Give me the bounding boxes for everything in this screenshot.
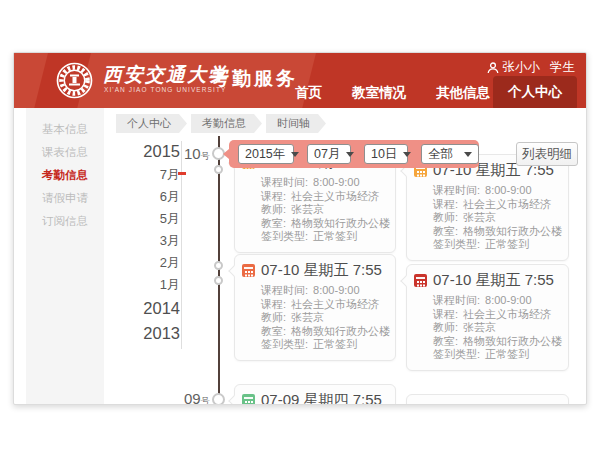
sidebar: 基本信息 课表信息 考勤信息 请假申请 订阅信息 bbox=[26, 108, 104, 404]
detail-label: 教师: bbox=[433, 321, 458, 333]
detail-label: 教师: bbox=[261, 311, 286, 323]
timeline-node bbox=[214, 165, 223, 174]
sidebar-item-schedule-info[interactable]: 课表信息 bbox=[26, 141, 104, 164]
timeline-card: 07-10 星期五 7:55 课程时间:8:00-9:00 课程:社会主义市场经… bbox=[406, 154, 569, 261]
timeline-nav-year[interactable]: 2013 bbox=[132, 321, 180, 346]
sidebar-item-subscription-info[interactable]: 订阅信息 bbox=[26, 210, 104, 233]
detail-value: 8:00-9:00 bbox=[313, 176, 359, 188]
date-filter-bar: 2015年 07月 10日 全部 bbox=[229, 140, 479, 168]
detail-label: 签到类型: bbox=[433, 238, 480, 250]
timeline-nav-month[interactable]: 2月 bbox=[132, 252, 180, 274]
timeline-nav-month[interactable]: 6月 bbox=[132, 186, 180, 208]
detail-value: 正常签到 bbox=[313, 338, 357, 350]
detail-label: 课程时间: bbox=[433, 294, 480, 306]
timeline-nav-year[interactable]: 2015 bbox=[132, 139, 180, 164]
detail-label: 课程: bbox=[261, 190, 286, 202]
chevron-down-icon bbox=[291, 152, 299, 157]
detail-value: 社会主义市场经济 bbox=[291, 298, 379, 310]
timeline-nav-year[interactable]: 2014 bbox=[132, 296, 180, 321]
nav-personal-center-active-tab[interactable]: 个人中心 bbox=[493, 76, 577, 108]
day-suffix: 号 bbox=[201, 396, 210, 405]
user-role: 学生 bbox=[550, 59, 575, 76]
nav-home[interactable]: 首页 bbox=[295, 84, 322, 102]
calendar-icon bbox=[242, 394, 255, 405]
timeline-nav-month[interactable]: 3月 bbox=[132, 230, 180, 252]
chevron-down-icon bbox=[464, 152, 472, 157]
page-title: 考勤服务 bbox=[210, 66, 298, 92]
detail-value: 8:00-9:00 bbox=[485, 294, 531, 306]
detail-value: 8:00-9:00 bbox=[313, 284, 359, 296]
detail-label: 教室: bbox=[261, 217, 286, 229]
detail-label: 教师: bbox=[261, 203, 286, 215]
card-title: 07-09 星期四 7:55 bbox=[261, 391, 382, 405]
timeline-card: 07-09 星期四 7:55 bbox=[234, 384, 396, 405]
nav-other-info[interactable]: 其他信息 bbox=[436, 84, 490, 102]
timeline-year-nav: 2015 7月 6月 5月 3月 2月 1月 2014 2013 bbox=[132, 139, 180, 346]
detail-value: 社会主义市场经济 bbox=[463, 308, 551, 320]
timeline-card-cutoff bbox=[406, 394, 569, 405]
breadcrumb-attendance-info[interactable]: 考勤信息 bbox=[191, 114, 262, 133]
detail-label: 签到类型: bbox=[261, 338, 308, 350]
detail-label: 课程: bbox=[433, 308, 458, 320]
detail-label: 教室: bbox=[261, 325, 286, 337]
detail-value: 社会主义市场经济 bbox=[291, 190, 379, 202]
app-header: 西安交通大学 XI'AN JIAO TONG UNIVERSITY 考勤服务 张… bbox=[14, 53, 586, 108]
day-suffix: 号 bbox=[201, 151, 210, 161]
timeline-card: 07-10 星期五 7:55 课程时间:8:00-9:00 课程:社会主义市场经… bbox=[234, 254, 396, 361]
nav-classrooms[interactable]: 教室情况 bbox=[352, 84, 406, 102]
day-marker-09: 09号 bbox=[184, 390, 210, 405]
user-info[interactable]: 张小小 学生 bbox=[487, 59, 576, 76]
detail-label: 课程时间: bbox=[261, 284, 308, 296]
detail-label: 课程: bbox=[433, 198, 458, 210]
chevron-down-icon bbox=[346, 152, 354, 157]
card-title: 07-10 星期五 7:55 bbox=[433, 271, 554, 290]
user-name: 张小小 bbox=[503, 59, 541, 76]
detail-label: 教室: bbox=[433, 225, 458, 237]
detail-label: 签到类型: bbox=[433, 348, 480, 360]
timeline-card: 07-10 星期五 7:55 课程时间:8:00-9:00 课程:社会主义市场经… bbox=[406, 264, 569, 371]
timeline-node bbox=[212, 393, 225, 405]
detail-label: 课程时间: bbox=[433, 184, 480, 196]
breadcrumb: 个人中心 考勤信息 时间轴 bbox=[116, 114, 326, 133]
main-nav: 首页 教室情况 其他信息 bbox=[295, 84, 490, 102]
breadcrumb-timeline[interactable]: 时间轴 bbox=[266, 114, 326, 133]
type-dropdown-value: 全部 bbox=[428, 146, 453, 163]
card-title: 07-10 星期五 7:55 bbox=[261, 261, 382, 280]
detail-value: 格物致知行政办公楼 bbox=[291, 217, 390, 229]
day-dropdown[interactable]: 10日 bbox=[364, 144, 408, 164]
timeline-nav-month[interactable]: 1月 bbox=[132, 274, 180, 296]
detail-label: 课程时间: bbox=[261, 176, 308, 188]
calendar-icon bbox=[414, 274, 427, 287]
detail-label: 课程: bbox=[261, 298, 286, 310]
timeline-line bbox=[218, 136, 220, 404]
sidebar-item-attendance-info[interactable]: 考勤信息 bbox=[26, 164, 104, 187]
timeline-nav-month[interactable]: 5月 bbox=[132, 208, 180, 230]
screenshot-canvas: 西安交通大学 XI'AN JIAO TONG UNIVERSITY 考勤服务 张… bbox=[0, 0, 600, 450]
detail-label: 签到类型: bbox=[261, 230, 308, 242]
breadcrumb-personal-center[interactable]: 个人中心 bbox=[116, 114, 187, 133]
header-diagonal-band bbox=[14, 53, 51, 108]
calendar-icon bbox=[242, 264, 255, 277]
detail-value: 格物致知行政办公楼 bbox=[463, 225, 562, 237]
university-name-en: XI'AN JIAO TONG UNIVERSITY bbox=[104, 86, 226, 93]
detail-label: 教室: bbox=[433, 335, 458, 347]
detail-value: 格物致知行政办公楼 bbox=[291, 325, 390, 337]
detail-value: 张芸京 bbox=[291, 311, 324, 323]
timeline-node bbox=[214, 276, 223, 285]
day-number: 10 bbox=[184, 145, 201, 162]
sidebar-item-basic-info[interactable]: 基本信息 bbox=[26, 118, 104, 141]
detail-value: 正常签到 bbox=[313, 230, 357, 242]
sidebar-item-leave-request[interactable]: 请假申请 bbox=[26, 187, 104, 210]
chevron-down-icon bbox=[403, 152, 411, 157]
type-dropdown[interactable]: 全部 bbox=[421, 144, 479, 164]
app-window: 西安交通大学 XI'AN JIAO TONG UNIVERSITY 考勤服务 张… bbox=[13, 52, 587, 405]
timeline-node bbox=[214, 261, 223, 270]
detail-value: 正常签到 bbox=[485, 238, 529, 250]
year-dropdown[interactable]: 2015年 bbox=[238, 144, 294, 164]
detail-value: 张芸京 bbox=[463, 211, 496, 223]
timeline-nav-month-current[interactable]: 7月 bbox=[132, 164, 180, 186]
day-dropdown-value: 10日 bbox=[371, 146, 397, 163]
day-number: 09 bbox=[184, 390, 201, 405]
list-detail-button[interactable]: 列表明细 bbox=[516, 142, 578, 166]
month-dropdown[interactable]: 07月 bbox=[307, 144, 351, 164]
